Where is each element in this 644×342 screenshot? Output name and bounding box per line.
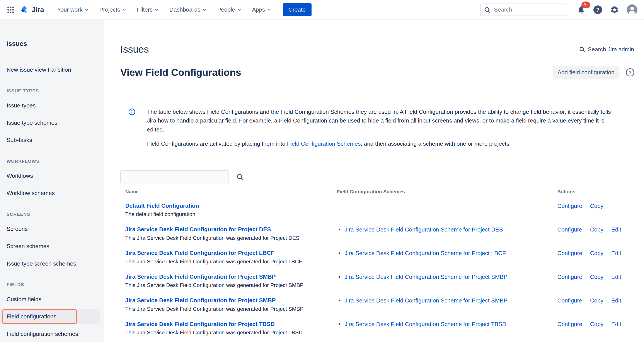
notifications-button[interactable]: 9+ bbox=[577, 5, 586, 14]
scheme-item: •Jira Service Desk Field Configuration S… bbox=[337, 297, 558, 305]
copy-link[interactable]: Copy bbox=[590, 202, 604, 210]
actions-cell: ConfigureCopyEdit bbox=[557, 225, 634, 242]
section-title: View Field Configurations bbox=[120, 67, 241, 78]
edit-link[interactable]: Edit bbox=[611, 249, 621, 257]
sidebar-item-screens[interactable]: Screens bbox=[0, 222, 100, 237]
scheme-link[interactable]: Jira Service Desk Field Configuration Sc… bbox=[344, 320, 506, 328]
name-cell: Jira Service Desk Field Configuration fo… bbox=[120, 296, 337, 312]
sidebar-item-sub-tasks[interactable]: Sub-tasks bbox=[0, 133, 100, 148]
scheme-link[interactable]: Jira Service Desk Field Configuration Sc… bbox=[344, 226, 503, 234]
edit-link[interactable]: Edit bbox=[611, 320, 621, 328]
nav-item-label: Dashboards bbox=[170, 6, 200, 13]
name-cell: Jira Service Desk Field Configuration fo… bbox=[120, 273, 337, 289]
field-configuration-link[interactable]: Default Field Configuration bbox=[125, 202, 199, 210]
jira-admin-page: Jira Your workProjectsFiltersDashboardsP… bbox=[0, 0, 644, 342]
configure-link[interactable]: Configure bbox=[557, 202, 582, 210]
field-configuration-description: This Jira Service Desk Field Configurati… bbox=[125, 234, 337, 242]
nav-item-dashboards[interactable]: Dashboards bbox=[164, 3, 212, 16]
navbar-right: 9+ ? bbox=[480, 4, 637, 16]
copy-link[interactable]: Copy bbox=[590, 297, 604, 305]
copy-link[interactable]: Copy bbox=[590, 320, 604, 328]
configure-link[interactable]: Configure bbox=[557, 226, 582, 234]
field-configuration-schemes-link[interactable]: Field Configuration Schemes bbox=[287, 140, 360, 147]
section-header-actions: Add field configuration ? bbox=[553, 66, 634, 79]
edit-link[interactable]: Edit bbox=[611, 297, 621, 305]
global-search-input[interactable] bbox=[480, 4, 567, 16]
field-configuration-description: This Jira Service Desk Field Configurati… bbox=[125, 305, 337, 313]
edit-link[interactable]: Edit bbox=[611, 273, 621, 281]
sidebar-item-workflow-schemes[interactable]: Workflow schemes bbox=[0, 186, 100, 201]
configure-link[interactable]: Configure bbox=[557, 297, 582, 305]
jira-wordmark: Jira bbox=[32, 6, 44, 14]
sidebar-item-issue-type-screen-schemes[interactable]: Issue type screen schemes bbox=[0, 256, 100, 271]
bullet: • bbox=[338, 273, 340, 281]
profile-button[interactable] bbox=[627, 4, 638, 15]
notifications-badge: 9+ bbox=[582, 2, 590, 8]
sidebar-item-new-issue-view-transition[interactable]: New issue view transition bbox=[0, 62, 100, 77]
search-jira-admin-link[interactable]: Search Jira admin bbox=[579, 46, 634, 53]
sidebar-section-heading-fields: FIELDS bbox=[6, 281, 104, 288]
copy-link[interactable]: Copy bbox=[590, 273, 604, 281]
sidebar-item-issue-types[interactable]: Issue types bbox=[0, 98, 100, 113]
search-icon[interactable] bbox=[236, 174, 244, 181]
scheme-link[interactable]: Jira Service Desk Field Configuration Sc… bbox=[344, 273, 507, 281]
nav-item-label: Filters bbox=[137, 6, 152, 13]
nav-item-apps[interactable]: Apps bbox=[246, 3, 276, 16]
chevron-down-icon bbox=[85, 8, 88, 11]
settings-button[interactable] bbox=[610, 5, 619, 14]
search-icon bbox=[484, 7, 490, 13]
nav-item-people[interactable]: People bbox=[212, 3, 246, 16]
app-switcher-button[interactable] bbox=[5, 3, 16, 16]
scheme-item: •Jira Service Desk Field Configuration S… bbox=[337, 249, 558, 257]
scheme-link[interactable]: Jira Service Desk Field Configuration Sc… bbox=[344, 249, 506, 257]
create-button[interactable]: Create bbox=[283, 3, 312, 16]
table-row: Jira Service Desk Field Configuration fo… bbox=[120, 222, 634, 245]
jira-logo[interactable]: Jira bbox=[20, 5, 44, 15]
field-configuration-link[interactable]: Jira Service Desk Field Configuration fo… bbox=[125, 320, 275, 328]
section-header: View Field Configurations Add field conf… bbox=[120, 66, 634, 79]
sidebar-item-field-configurations-selected[interactable]: Field configurations bbox=[0, 309, 100, 324]
sidebar-item-issue-type-schemes[interactable]: Issue type schemes bbox=[0, 115, 100, 130]
sidebar-item-custom-fields[interactable]: Custom fields bbox=[0, 292, 100, 307]
info-icon bbox=[128, 108, 136, 115]
copy-link[interactable]: Copy bbox=[590, 226, 604, 234]
column-header-name: Name bbox=[120, 189, 337, 195]
actions-cell: ConfigureCopy bbox=[557, 202, 634, 218]
add-field-configuration-button[interactable]: Add field configuration bbox=[553, 66, 619, 79]
table-row: Default Field ConfigurationThe default f… bbox=[120, 198, 634, 222]
nav-item-your-work[interactable]: Your work bbox=[52, 3, 94, 16]
configure-link[interactable]: Configure bbox=[557, 320, 582, 328]
sidebar-section-heading-issue-types: ISSUE TYPES bbox=[6, 88, 104, 94]
sidebar-item-field-configuration-schemes[interactable]: Field configuration schemes bbox=[0, 327, 100, 341]
sidebar-item-workflows[interactable]: Workflows bbox=[0, 168, 100, 184]
filter-input[interactable] bbox=[120, 170, 229, 184]
chevron-down-icon bbox=[203, 8, 206, 11]
field-configuration-link[interactable]: Jira Service Desk Field Configuration fo… bbox=[125, 226, 271, 233]
field-configuration-description: This Jira Service Desk Field Configurati… bbox=[125, 281, 337, 289]
configure-link[interactable]: Configure bbox=[557, 273, 582, 281]
sidebar-item-screen-schemes[interactable]: Screen schemes bbox=[0, 239, 100, 254]
page-header: Issues Search Jira admin bbox=[120, 43, 634, 56]
field-configuration-link[interactable]: Jira Service Desk Field Configuration fo… bbox=[125, 249, 274, 257]
scheme-item: •Jira Service Desk Field Configuration S… bbox=[337, 320, 558, 328]
copy-link[interactable]: Copy bbox=[590, 249, 604, 257]
chevron-down-icon bbox=[155, 8, 158, 11]
configure-link[interactable]: Configure bbox=[557, 249, 582, 257]
schemes-cell: •Jira Service Desk Field Configuration S… bbox=[337, 249, 558, 265]
nav-item-projects[interactable]: Projects bbox=[94, 3, 131, 16]
nav-item-filters[interactable]: Filters bbox=[131, 3, 164, 16]
scheme-item: •Jira Service Desk Field Configuration S… bbox=[337, 273, 558, 281]
field-configuration-link[interactable]: Jira Service Desk Field Configuration fo… bbox=[125, 297, 276, 304]
navbar-left: Jira Your workProjectsFiltersDashboardsP… bbox=[5, 3, 312, 16]
question-help-icon[interactable]: ? bbox=[626, 68, 634, 77]
filter-bar bbox=[120, 170, 634, 184]
field-configuration-description: This Jira Service Desk Field Configurati… bbox=[125, 258, 337, 265]
search-icon bbox=[579, 47, 585, 52]
edit-link[interactable]: Edit bbox=[611, 226, 621, 234]
global-search bbox=[480, 4, 567, 16]
field-configuration-link[interactable]: Jira Service Desk Field Configuration fo… bbox=[125, 273, 276, 281]
actions-cell: ConfigureCopyEdit bbox=[557, 249, 634, 265]
scheme-link[interactable]: Jira Service Desk Field Configuration Sc… bbox=[344, 297, 507, 305]
help-button[interactable]: ? bbox=[594, 6, 602, 14]
table-row: Jira Service Desk Field Configuration fo… bbox=[120, 269, 634, 293]
